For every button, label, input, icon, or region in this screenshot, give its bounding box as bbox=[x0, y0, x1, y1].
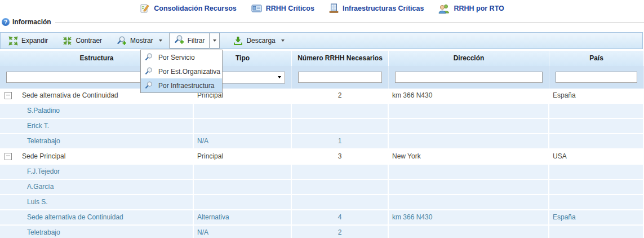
magnifier-icon bbox=[145, 67, 153, 76]
table-row: Sede Principal Principal 3 New York USA bbox=[0, 149, 644, 165]
magnifier-icon bbox=[145, 53, 153, 61]
tipo-cell: N/A bbox=[194, 226, 292, 238]
filter-dropdown-menu: Por Servicio Por Est.Organizativa Por In… bbox=[140, 50, 223, 93]
chevron-down-icon bbox=[213, 39, 216, 42]
expand-all-button[interactable]: Expandir bbox=[5, 34, 51, 47]
select-caret-icon bbox=[278, 76, 281, 78]
people-icon bbox=[438, 4, 450, 14]
direccion-cell bbox=[389, 119, 549, 134]
direccion-filter-input[interactable] bbox=[395, 72, 543, 83]
estructura-cell: F.J.Tejedor bbox=[27, 165, 60, 179]
column-header-numero-rrhh[interactable]: Número RRHH Necesarios bbox=[292, 51, 389, 66]
pais-cell bbox=[549, 165, 644, 180]
tipo-cell: N/A bbox=[194, 134, 292, 149]
nav-rrhh-por-rto[interactable]: RRHH por RTO bbox=[438, 4, 504, 14]
download-button[interactable]: Descarga bbox=[230, 34, 287, 47]
tipo-cell bbox=[194, 165, 292, 180]
column-header-pais[interactable]: País bbox=[549, 51, 644, 66]
table-row: A.García bbox=[0, 180, 644, 195]
nav-label: RRHH por RTO bbox=[454, 5, 504, 12]
id-card-icon bbox=[251, 4, 262, 13]
table-row: Erick T. bbox=[0, 119, 644, 134]
table-header-row: Estructura Tipo Número RRHH Necesarios D… bbox=[0, 51, 644, 66]
nav-consolidacion-recursos[interactable]: Consolidación Recursos bbox=[140, 3, 237, 14]
pais-cell: USA bbox=[549, 149, 644, 165]
show-label: Mostrar bbox=[130, 37, 153, 45]
chevron-down-icon bbox=[281, 39, 285, 42]
edit-document-icon bbox=[140, 3, 150, 14]
collapse-toggle-icon[interactable] bbox=[5, 92, 12, 99]
download-label: Descarga bbox=[246, 37, 275, 45]
section-divider bbox=[55, 23, 644, 23]
nav-label: Consolidación Recursos bbox=[154, 5, 237, 12]
estructura-cell: Sede alternativa de Continuidad bbox=[22, 89, 118, 103]
menu-item-label: Por Infraestructura bbox=[158, 82, 214, 90]
menu-item-por-servicio[interactable]: Por Servicio bbox=[141, 50, 222, 64]
table-row: F.J.Tejedor bbox=[0, 165, 644, 180]
numero-cell bbox=[292, 180, 389, 195]
direccion-cell: km 366 N430 bbox=[389, 210, 549, 226]
help-icon[interactable]: ? bbox=[2, 18, 10, 26]
numero-cell bbox=[292, 165, 389, 180]
pais-cell bbox=[549, 180, 644, 195]
pais-filter-input[interactable] bbox=[556, 72, 637, 83]
filter-split-button: Filtrar bbox=[169, 33, 220, 49]
column-header-direccion[interactable]: Dirección bbox=[389, 51, 549, 66]
toolbar: Expandir Contraer Mostrar Filtrar bbox=[0, 32, 643, 49]
filter-dropdown-toggle[interactable] bbox=[210, 33, 220, 49]
collapse-all-label: Contraer bbox=[75, 37, 102, 45]
table-row: Luis S. bbox=[0, 195, 644, 210]
menu-item-label: Por Servicio bbox=[158, 54, 195, 61]
direccion-cell bbox=[389, 104, 549, 119]
tipo-cell: Alternativa bbox=[194, 210, 292, 226]
nav-infraestructuras-criticas[interactable]: Infraestructuras Críticas bbox=[329, 3, 424, 14]
chevron-down-icon bbox=[159, 39, 162, 42]
collapse-arrows-icon bbox=[63, 36, 72, 46]
magnifier-plus-icon bbox=[174, 35, 184, 46]
tipo-cell bbox=[194, 180, 292, 195]
estructura-cell: Teletrabajo bbox=[27, 134, 60, 148]
expand-arrows-icon bbox=[8, 36, 18, 46]
pais-cell bbox=[549, 195, 644, 210]
pais-cell bbox=[549, 104, 644, 119]
menu-item-por-est-organizativa[interactable]: Por Est.Organizativa bbox=[141, 64, 222, 78]
estructura-cell: Sede alternativa de Continuidad bbox=[27, 210, 123, 224]
top-navigation: Consolidación Recursos RRHH Críticos Inf… bbox=[0, 0, 644, 17]
numero-cell bbox=[292, 104, 389, 119]
table-row: S.Paladino bbox=[0, 104, 644, 119]
pais-cell: España bbox=[549, 210, 644, 226]
numero-cell: 1 bbox=[292, 134, 389, 149]
table-body: Sede alternativa de Continuidad Principa… bbox=[0, 89, 644, 238]
resources-table: Estructura Tipo Número RRHH Necesarios D… bbox=[0, 51, 644, 238]
table-row: Sede alternativa de Continuidad Principa… bbox=[0, 89, 644, 104]
table-row: Teletrabajo N/A 1 bbox=[0, 134, 644, 149]
direccion-cell: km 366 N430 bbox=[389, 89, 549, 104]
show-button[interactable]: Mostrar bbox=[113, 34, 166, 47]
tipo-cell: Principal bbox=[194, 149, 292, 165]
menu-item-label: Por Est.Organizativa bbox=[158, 68, 220, 76]
pais-cell: España bbox=[549, 89, 644, 104]
menu-item-por-infraestructura[interactable]: Por Infraestructura bbox=[141, 78, 222, 92]
filter-row bbox=[0, 66, 644, 89]
app-window: Consolidación Recursos RRHH Críticos Inf… bbox=[0, 0, 644, 238]
direccion-cell bbox=[389, 165, 549, 180]
direccion-cell bbox=[389, 180, 549, 195]
expand-all-label: Expandir bbox=[21, 37, 48, 45]
estructura-cell: Teletrabajo bbox=[27, 226, 60, 238]
tipo-cell bbox=[194, 104, 292, 119]
magnifier-icon bbox=[145, 81, 153, 90]
direccion-cell: New York bbox=[389, 149, 549, 165]
tipo-cell bbox=[194, 119, 292, 134]
estructura-cell: S.Paladino bbox=[27, 104, 60, 118]
magnifier-plus-icon bbox=[117, 36, 127, 46]
estructura-cell: Luis S. bbox=[27, 195, 48, 209]
numero-cell bbox=[292, 195, 389, 210]
numero-rrhh-filter-input[interactable] bbox=[298, 72, 382, 83]
numero-cell bbox=[292, 119, 389, 134]
filter-button[interactable]: Filtrar bbox=[169, 33, 210, 49]
direccion-cell bbox=[389, 195, 549, 210]
nav-rrhh-criticos[interactable]: RRHH Críticos bbox=[251, 4, 314, 13]
collapse-toggle-icon[interactable] bbox=[5, 153, 12, 160]
table-row: Teletrabajo N/A 2 bbox=[0, 226, 644, 238]
collapse-all-button[interactable]: Contraer bbox=[59, 34, 105, 47]
